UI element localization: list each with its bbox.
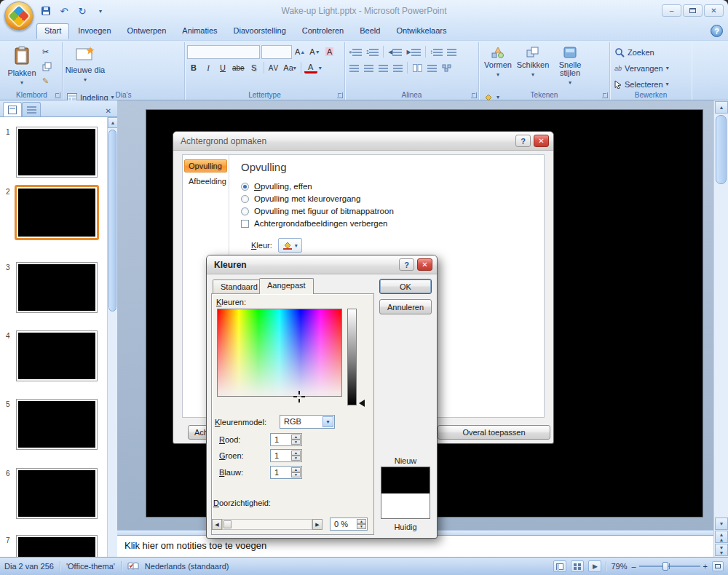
tab-invoegen[interactable]: Invoegen: [71, 23, 118, 39]
slide-thumbnail-image[interactable]: [16, 330, 98, 381]
next-slide-button[interactable]: ▼▼: [715, 544, 728, 556]
quick-styles-button[interactable]: Snelle stijlen ▾: [551, 44, 589, 89]
option-hide-background[interactable]: Achtergrondafbeeldingen verbergen: [241, 219, 538, 228]
zoom-out-button[interactable]: –: [631, 562, 636, 571]
change-case-button[interactable]: Aa▾: [282, 61, 297, 74]
zoom-in-button[interactable]: +: [703, 562, 708, 571]
apply-to-all-button[interactable]: Overal toepassen: [438, 425, 550, 440]
slideshow-view-button[interactable]: ▶: [588, 560, 601, 572]
tab-diavoorstelling[interactable]: Diavoorstelling: [226, 23, 293, 39]
green-spinner[interactable]: 1▲▼: [270, 449, 302, 462]
luminance-slider-arrow[interactable]: [359, 400, 365, 407]
thumbnail-scrollbar[interactable]: ▲: [107, 117, 117, 557]
clipboard-dialog-launcher-icon[interactable]: [55, 92, 60, 98]
align-left-button[interactable]: [347, 61, 360, 74]
language-status[interactable]: Nederlands (standaard): [145, 562, 229, 571]
scrollbar-thumb[interactable]: [108, 130, 116, 312]
radio-selected-icon[interactable]: [241, 183, 249, 191]
transparency-slider-thumb[interactable]: [223, 520, 232, 528]
spinner-arrows[interactable]: ▲▼: [291, 467, 301, 477]
luminance-bar[interactable]: [347, 309, 357, 405]
spin-up-icon[interactable]: ▲: [291, 451, 301, 456]
spin-up-icon[interactable]: ▲: [357, 519, 366, 524]
decrease-indent-button[interactable]: ◀: [387, 45, 403, 58]
outline-tab[interactable]: [22, 102, 41, 116]
spin-down-icon[interactable]: ▼: [291, 456, 301, 461]
align-center-button[interactable]: [362, 61, 375, 74]
checkbox-icon[interactable]: [241, 220, 249, 228]
spin-down-icon[interactable]: ▼: [291, 472, 301, 477]
tab-animaties[interactable]: Animaties: [175, 23, 224, 39]
clear-formatting-button[interactable]: A: [323, 45, 336, 58]
nav-item-fill[interactable]: Opvulling: [184, 159, 227, 172]
slide-thumbnail-image[interactable]: [16, 262, 98, 313]
tab-beeld[interactable]: Beeld: [352, 23, 387, 39]
help-button[interactable]: ?: [711, 25, 723, 37]
minimize-button[interactable]: –: [662, 4, 681, 17]
numbering-button[interactable]: 1: [365, 45, 380, 58]
cancel-button[interactable]: Annuleren: [379, 299, 432, 314]
spinner-arrows[interactable]: ▲▼: [291, 435, 301, 445]
new-slide-button[interactable]: Nieuwe dia ▾: [65, 44, 106, 89]
align-right-button[interactable]: [376, 61, 389, 74]
spellcheck-icon[interactable]: [127, 562, 139, 571]
tab-controleren[interactable]: Controleren: [295, 23, 351, 39]
scroll-up-button[interactable]: ▲: [108, 117, 118, 128]
tab-custom[interactable]: Aangepast: [259, 278, 314, 294]
slide-thumbnail-image[interactable]: [16, 535, 98, 557]
align-text-button[interactable]: [425, 61, 438, 74]
bullets-button[interactable]: ●: [347, 45, 363, 58]
italic-button[interactable]: I: [202, 61, 215, 74]
previous-slide-button[interactable]: ▲▲: [715, 531, 728, 543]
text-shadow-button[interactable]: S: [248, 61, 261, 74]
office-button[interactable]: [4, 1, 33, 31]
font-color-button[interactable]: A: [304, 62, 317, 74]
drawing-dialog-launcher-icon[interactable]: [602, 92, 608, 98]
theme-status[interactable]: 'Office-thema': [66, 562, 115, 571]
fit-slide-to-window-button[interactable]: [712, 561, 724, 571]
radio-icon[interactable]: [241, 195, 249, 203]
close-button[interactable]: ✕: [704, 4, 724, 17]
dialog-help-button[interactable]: ?: [515, 135, 531, 147]
increase-indent-button[interactable]: ▶: [405, 45, 422, 58]
slides-tab[interactable]: [3, 102, 22, 116]
font-dialog-launcher-icon[interactable]: [337, 92, 343, 98]
character-spacing-button[interactable]: AV: [267, 61, 281, 74]
slide-sorter-view-button[interactable]: [571, 560, 584, 572]
zoom-level[interactable]: 79%: [611, 562, 627, 571]
tab-standard[interactable]: Standaard: [213, 279, 266, 294]
maximize-button[interactable]: [683, 4, 703, 17]
dialog-help-button[interactable]: ?: [399, 258, 414, 271]
tab-ontwikkelaars[interactable]: Ontwikkelaars: [389, 23, 454, 39]
blue-spinner[interactable]: 1▲▼: [270, 466, 302, 479]
slide-thumbnail-image[interactable]: [16, 127, 98, 178]
red-spinner[interactable]: 1▲▼: [270, 433, 302, 446]
zoom-handle[interactable]: [662, 562, 668, 571]
spinner-arrows[interactable]: ▲▼: [357, 519, 366, 529]
transparency-slider-track[interactable]: [222, 519, 312, 530]
normal-view-button[interactable]: [553, 560, 566, 572]
color-spectrum-picker[interactable]: [217, 309, 342, 397]
transparency-scroll-left-button[interactable]: ◀: [212, 519, 222, 530]
text-direction-button[interactable]: [446, 45, 459, 58]
transparency-scroll-right-button[interactable]: ▶: [312, 519, 323, 530]
justify-button[interactable]: [391, 61, 404, 74]
slide-thumbnail-image[interactable]: [16, 468, 98, 519]
strikethrough-button[interactable]: abe: [231, 61, 246, 74]
find-button[interactable]: Zoeken: [612, 45, 671, 59]
scrollbar-thumb[interactable]: [716, 115, 727, 184]
slide-thumbnail-image[interactable]: [16, 399, 98, 450]
font-size-combo[interactable]: [261, 45, 292, 59]
grow-font-button[interactable]: A▲: [293, 45, 306, 58]
replace-button[interactable]: ab Vervangen ▾: [612, 61, 671, 75]
paste-button[interactable]: Plakken ▾: [4, 44, 40, 89]
color-model-combo[interactable]: RGB▾: [280, 415, 335, 429]
spin-down-icon[interactable]: ▼: [291, 440, 301, 445]
radio-icon[interactable]: [241, 207, 249, 215]
line-spacing-button[interactable]: ↕: [429, 45, 444, 58]
tab-ontwerpen[interactable]: Ontwerpen: [120, 23, 174, 39]
shrink-font-button[interactable]: A▼: [308, 45, 321, 58]
columns-button[interactable]: [411, 61, 424, 74]
option-picture-fill[interactable]: Opvulling met figuur of bitmappatroon: [241, 207, 538, 215]
bold-button[interactable]: B: [187, 61, 200, 74]
